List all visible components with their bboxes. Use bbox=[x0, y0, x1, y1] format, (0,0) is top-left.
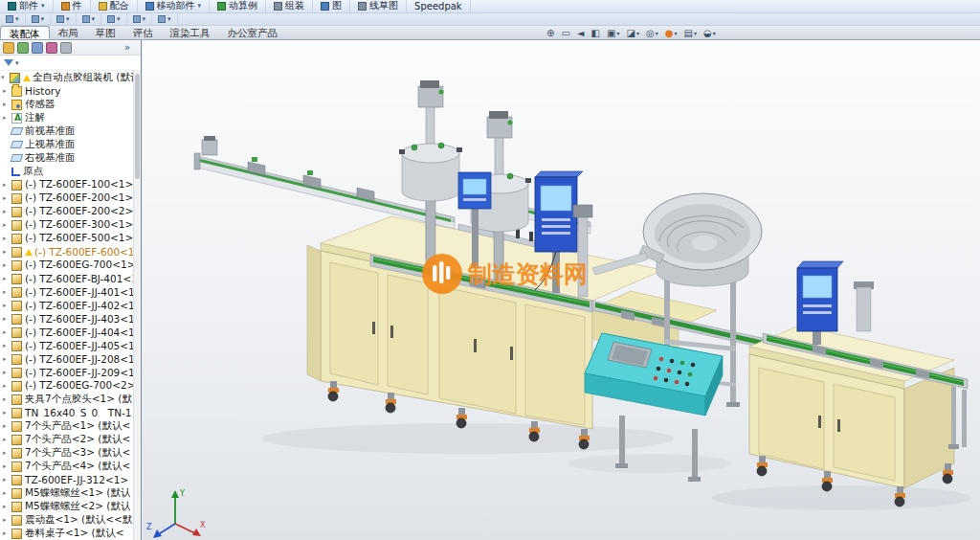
apply-scene-button[interactable]: ▤▾ bbox=[680, 27, 699, 40]
tree-item[interactable]: ▸7个头产品<2> (默认< bbox=[0, 433, 133, 446]
tree-scrollbar-thumb[interactable] bbox=[135, 74, 140, 179]
small-ribbon-button[interactable]: ▾ bbox=[0, 13, 26, 26]
expand-arrow-icon[interactable]: ▸ bbox=[3, 500, 11, 513]
tree-item[interactable]: ▸卷料桌子<1> (默认< bbox=[0, 527, 133, 540]
expand-arrow-icon[interactable]: ▸ bbox=[3, 191, 11, 205]
expand-arrow-icon[interactable]: ▸ bbox=[3, 433, 11, 446]
ribbon-button-insert-component[interactable]: 部件▾ bbox=[0, 0, 54, 12]
tree-item[interactable]: 原点 bbox=[0, 165, 133, 178]
expand-arrow-icon[interactable]: ▸ bbox=[3, 232, 11, 245]
tree-item[interactable]: ▸(-) TZ-600EF-BJ-401<1> bbox=[0, 272, 133, 285]
expand-arrow-icon[interactable]: ▸ bbox=[3, 285, 11, 299]
tree-item[interactable]: ▸M5蝶螺螺丝<1> (默认 bbox=[0, 486, 133, 500]
hide-show-items-button[interactable]: ◎▾ bbox=[643, 27, 661, 40]
expand-arrow-icon[interactable]: ▸ bbox=[3, 446, 11, 460]
expand-arrow-icon[interactable]: ▸ bbox=[3, 98, 11, 111]
small-ribbon-button[interactable]: ▾ bbox=[127, 13, 153, 26]
panel-tab-property-manager[interactable] bbox=[17, 42, 29, 54]
ribbon-button-motion-study[interactable]: 动算例 bbox=[210, 0, 266, 12]
tree-item[interactable]: ▸(-) TZ-600EF-200<2> (默 bbox=[0, 205, 133, 218]
tree-item[interactable]: ▸(-) TZ-600EF-300<1> (默 bbox=[0, 218, 133, 232]
ribbon-button-explode-line-sketch[interactable]: 线草图 bbox=[350, 0, 407, 12]
small-ribbon-button[interactable]: ▾ bbox=[101, 13, 127, 26]
tree-item[interactable]: ▸History bbox=[0, 84, 133, 98]
expand-arrow-icon[interactable]: ▸ bbox=[3, 178, 11, 191]
tree-item[interactable]: 前视基准面 bbox=[0, 124, 133, 138]
expand-arrow-icon[interactable]: ▸ bbox=[3, 486, 11, 500]
tree-item[interactable]: ▸7个头产品<3> (默认< bbox=[0, 446, 133, 460]
model-canvas[interactable]: 制造资料网 Y X Z bbox=[143, 40, 980, 540]
expand-arrow-icon[interactable]: ▸ bbox=[3, 352, 11, 366]
panel-collapse-chevron[interactable]: » bbox=[124, 42, 138, 53]
tree-item[interactable]: 上视基准面 bbox=[0, 138, 133, 151]
ribbon-button-mate[interactable]: 配合 bbox=[91, 0, 138, 12]
ribbon-button-assembly-features[interactable]: 组装 bbox=[266, 0, 313, 12]
tree-item[interactable]: 右视基准面 bbox=[0, 151, 133, 165]
tree-item[interactable]: ▸(-) TZ-600EF-100<1> (默 bbox=[0, 178, 133, 191]
ribbon-button-exploded-view[interactable]: 图 bbox=[313, 0, 350, 12]
tree-item[interactable]: ▸TZ-600EF-JJ-312<1> bbox=[0, 473, 133, 486]
tree-item[interactable]: ▸(-) TZ-600EF-JJ-402<1> bbox=[0, 299, 133, 312]
section-view-button[interactable]: ◧ bbox=[589, 27, 603, 40]
small-ribbon-button[interactable]: ▾ bbox=[152, 13, 178, 26]
tab-sketch[interactable]: 草图 bbox=[87, 26, 124, 39]
expand-arrow-icon[interactable]: ▸ bbox=[3, 339, 11, 352]
expand-arrow-icon[interactable]: ▸ bbox=[3, 379, 11, 393]
expand-arrow-icon[interactable]: ▸ bbox=[3, 272, 11, 285]
expand-arrow-icon[interactable]: ▸ bbox=[3, 111, 11, 124]
expand-arrow-icon[interactable]: ▸ bbox=[3, 460, 11, 473]
expand-arrow-icon[interactable]: ▸ bbox=[3, 259, 11, 272]
ribbon-button-speedpak[interactable]: Speedpak bbox=[407, 0, 471, 12]
tree-item[interactable]: ▸(-) TZ-600EF-JJ-401<1> bbox=[0, 285, 133, 299]
ribbon-button-move-component[interactable]: 移动部件▾ bbox=[138, 0, 211, 12]
filter-funnel-icon[interactable] bbox=[4, 59, 13, 66]
tree-item[interactable]: ▸(-) TZ-600EF-JJ-404<1> bbox=[0, 326, 133, 339]
tree-item[interactable]: ▸震动盘<1> (默认<<默 bbox=[0, 513, 133, 527]
tab-evaluate[interactable]: 评估 bbox=[124, 26, 162, 39]
tree-item[interactable]: ▸7个头产品<1> (默认< bbox=[0, 419, 133, 433]
tree-item[interactable]: ▸(-) TZ-600EF-JJ-403<1> bbox=[0, 312, 133, 326]
zoom-fit-button[interactable]: ⊕ bbox=[544, 27, 557, 40]
view-settings-button[interactable]: ◒▾ bbox=[701, 27, 719, 40]
panel-tab-feature-manager[interactable] bbox=[3, 42, 14, 54]
filter-caret-icon[interactable]: ▾ bbox=[15, 59, 19, 67]
tab-office-products[interactable]: 办公室产品 bbox=[219, 26, 287, 39]
tree-item[interactable]: ▾全自动点胶组装机 (默认< bbox=[0, 71, 133, 84]
small-ribbon-button[interactable]: ▾ bbox=[77, 13, 102, 26]
tree-item[interactable]: ▸夹具7个点胶头<1> (默 bbox=[0, 393, 133, 406]
zoom-area-button[interactable]: ▭ bbox=[558, 27, 572, 40]
panel-tab-display-manager[interactable] bbox=[60, 42, 72, 54]
tree-item[interactable]: ▸(-) TZ-600EF-JJ-405<1> bbox=[0, 339, 133, 352]
expand-arrow-icon[interactable]: ▸ bbox=[3, 299, 11, 312]
tree-item[interactable]: ▸7个头产品<4> (默认< bbox=[0, 460, 133, 473]
small-ribbon-button[interactable]: ▾ bbox=[26, 13, 52, 26]
tree-item[interactable]: ▸(-) TZ-600EF-JJ-209<1> bbox=[0, 366, 133, 379]
graphics-viewport[interactable]: 制造资料网 Y X Z bbox=[143, 40, 980, 540]
panel-tab-configuration-manager[interactable] bbox=[32, 42, 43, 54]
expand-arrow-icon[interactable]: ▸ bbox=[3, 84, 11, 98]
view-orientation-button[interactable]: ▣▾ bbox=[604, 27, 622, 40]
expand-arrow-icon[interactable]: ▸ bbox=[3, 393, 11, 406]
tree-item[interactable]: ▸(-) TZ-600EF-200<1> (默 bbox=[0, 191, 133, 205]
tab-render-tools[interactable]: 渲染工具 bbox=[162, 26, 219, 39]
expand-arrow-icon[interactable]: ▸ bbox=[3, 406, 11, 419]
ribbon-button-fastener[interactable]: 件 bbox=[54, 0, 91, 12]
panel-tab-dimxpert-manager[interactable] bbox=[46, 42, 57, 54]
expand-arrow-icon[interactable]: ▸ bbox=[3, 245, 11, 259]
tree-item[interactable]: ▸TN_16x40_S_0__TN-1 bbox=[0, 406, 133, 419]
tree-item[interactable]: ▸(-) TZ-600EG-700<2> (默 bbox=[0, 379, 133, 393]
tree-item[interactable]: ▸注解 bbox=[0, 111, 133, 124]
tree-item[interactable]: ▸(-) TZ-600EF-JJ-208<1> bbox=[0, 352, 133, 366]
tree-item[interactable]: ▸传感器 bbox=[0, 98, 133, 111]
tree-item[interactable]: ▸(-) TZ-600EF-500<1> (默 bbox=[0, 232, 133, 245]
small-ribbon-button[interactable]: ▾ bbox=[51, 13, 77, 26]
edit-appearance-button[interactable]: ●▾ bbox=[662, 27, 680, 40]
expand-arrow-icon[interactable]: ▸ bbox=[3, 366, 11, 379]
expand-arrow-icon[interactable]: ▸ bbox=[3, 513, 11, 527]
expand-arrow-icon[interactable]: ▸ bbox=[3, 205, 11, 218]
previous-view-button[interactable]: ◄ bbox=[574, 27, 588, 40]
expand-arrow-icon[interactable]: ▸ bbox=[3, 527, 11, 540]
expand-arrow-icon[interactable]: ▾ bbox=[1, 71, 10, 84]
expand-arrow-icon[interactable]: ▸ bbox=[3, 326, 11, 339]
expand-arrow-icon[interactable]: ▸ bbox=[3, 419, 11, 433]
